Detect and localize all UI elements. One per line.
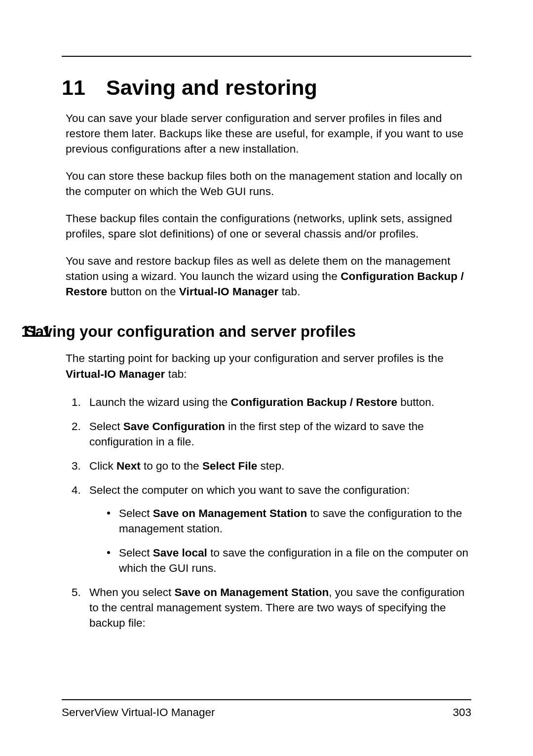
chapter-number: 11 [62, 76, 106, 100]
text-run: Click [89, 460, 116, 472]
bold-text: Save local [153, 547, 207, 559]
text-run: tab. [278, 285, 300, 298]
text-run: step. [257, 460, 284, 472]
step-item: Select the computer on which you want to… [72, 482, 471, 576]
step-item: When you select Save on Management Stati… [72, 585, 471, 631]
section-title: Saving your configuration and server pro… [25, 323, 356, 341]
text-run: button. [397, 396, 434, 408]
bold-text: Save on Management Station [175, 586, 329, 598]
text-run: Select [119, 507, 153, 519]
bullet-item: Select Save local to save the configurat… [104, 545, 471, 576]
body-content: You can save your blade server configura… [62, 111, 471, 631]
bullet-list: Select Save on Management Station to sav… [104, 506, 471, 576]
paragraph: You save and restore backup files as wel… [66, 253, 471, 299]
header-divider [62, 56, 471, 57]
footer-left: ServerView Virtual-IO Manager [62, 706, 215, 719]
document-page: 11 Saving and restoring You can save you… [0, 0, 533, 631]
step-item: Select Save Configuration in the first s… [72, 419, 471, 449]
footer-row: ServerView Virtual-IO Manager 303 [62, 706, 471, 719]
bold-text: Save on Management Station [153, 507, 307, 519]
section-number: 11.1 [0, 323, 25, 341]
page-footer: ServerView Virtual-IO Manager 303 [62, 699, 471, 719]
bold-text: Virtual-IO Manager [66, 368, 165, 380]
text-run: button on the [107, 285, 179, 298]
text-run: Select [119, 547, 153, 559]
bold-text: Next [116, 460, 141, 472]
chapter-heading: 11 Saving and restoring [62, 76, 471, 100]
section-heading: 11.1 Saving your configuration and serve… [62, 323, 471, 341]
step-item: Launch the wizard using the Configuratio… [72, 395, 471, 410]
bold-text: Save Configuration [123, 420, 225, 433]
text-run: When you select [89, 586, 175, 598]
page-number: 303 [453, 706, 471, 719]
footer-divider [62, 699, 471, 700]
ordered-steps: Launch the wizard using the Configuratio… [72, 395, 471, 631]
text-run: Launch the wizard using the [89, 396, 230, 408]
text-run: Select [89, 420, 123, 433]
step-item: Click Next to go to the Select File step… [72, 458, 471, 474]
text-run: to go to the [141, 460, 202, 472]
paragraph: You can save your blade server configura… [66, 111, 471, 157]
paragraph: You can store these backup files both on… [66, 168, 471, 199]
paragraph: These backup files contain the configura… [66, 211, 471, 241]
text-run: The starting point for backing up your c… [66, 352, 444, 364]
text-run: Select the computer on which you want to… [89, 484, 410, 496]
text-run: tab: [165, 368, 187, 380]
chapter-title: Saving and restoring [106, 76, 317, 100]
bullet-item: Select Save on Management Station to sav… [104, 506, 471, 536]
bold-text: Virtual-IO Manager [179, 285, 278, 298]
bold-text: Select File [202, 460, 257, 472]
paragraph: The starting point for backing up your c… [66, 351, 471, 381]
bold-text: Configuration Backup / Restore [230, 396, 397, 408]
